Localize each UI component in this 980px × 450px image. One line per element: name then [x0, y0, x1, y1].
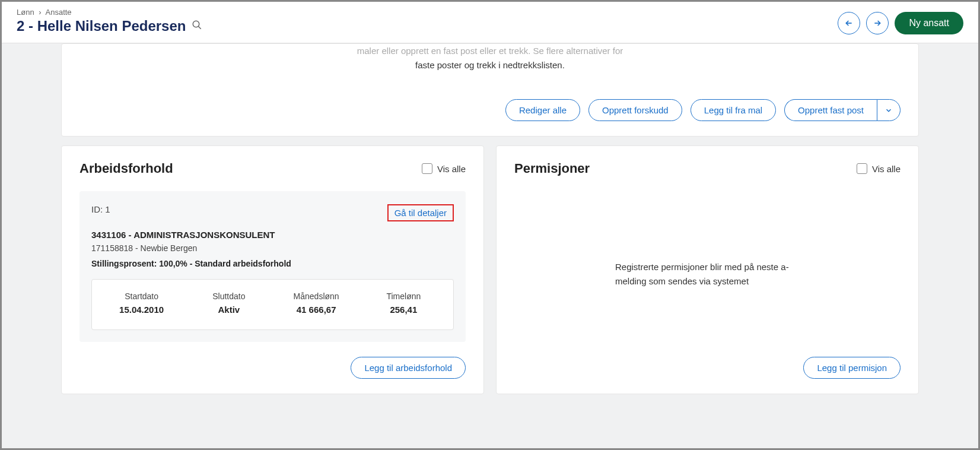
timelonn-label: Timelønn [360, 291, 447, 301]
employment-percent: Stillingsprosent: 100,0% - Standard arbe… [91, 259, 454, 268]
chevron-down-icon [884, 106, 893, 115]
rediger-alle-button[interactable]: Rediger alle [505, 99, 580, 121]
permisjoner-empty: Registrerte permisjoner blir med på nest… [514, 191, 901, 357]
top-info-card: maler eller opprett en fast post eller e… [61, 43, 919, 137]
top-card-actions: Rediger alle Opprett forskudd Legg til f… [79, 99, 901, 121]
prev-button[interactable] [838, 12, 860, 34]
startdato-value: 15.04.2010 [98, 305, 185, 315]
employment-id: ID: 1 [91, 204, 110, 214]
permisjoner-title: Permisjoner [514, 161, 590, 176]
header-left: Lønn › Ansatte 2 - Helle Nilsen Pedersen [17, 8, 202, 34]
employment-box: ID: 1 Gå til detaljer 3431106 - ADMINIST… [79, 191, 466, 342]
sluttdato-label: Sluttdato [185, 291, 272, 301]
breadcrumb-current[interactable]: Ansatte [46, 8, 72, 17]
permisjoner-actions: Legg til permisjon [514, 357, 901, 379]
stat-startdato: Startdato 15.04.2010 [98, 291, 185, 315]
sluttdato-value: Aktiv [185, 305, 272, 315]
startdato-label: Startdato [98, 291, 185, 301]
page-title: 2 - Helle Nilsen Pedersen [17, 18, 186, 34]
top-card-text: maler eller opprett en fast post eller e… [79, 44, 901, 72]
breadcrumb-root[interactable]: Lønn [17, 8, 34, 17]
vis-alle-arbeidsforhold[interactable]: Vis alle [422, 163, 466, 174]
opprett-fast-post-split: Opprett fast post [784, 99, 901, 121]
stat-timelonn: Timelønn 256,41 [360, 291, 447, 315]
vis-alle-label: Vis alle [437, 164, 466, 174]
page-title-row: 2 - Helle Nilsen Pedersen [17, 18, 202, 34]
stats-box: Startdato 15.04.2010 Sluttdato Aktiv Mån… [91, 279, 454, 330]
search-icon[interactable] [192, 20, 202, 33]
content-area: maler eller opprett en fast post eller e… [2, 43, 978, 412]
legg-til-arbeidsforhold-button[interactable]: Legg til arbeidsforhold [351, 357, 466, 379]
employment-position: 3431106 - ADMINISTRASJONSKONSULENT [91, 230, 454, 240]
legg-til-fra-mal-button[interactable]: Legg til fra mal [691, 99, 776, 121]
legg-til-permisjon-button[interactable]: Legg til permisjon [803, 357, 901, 379]
timelonn-value: 256,41 [360, 305, 447, 315]
permisjoner-header: Permisjoner Vis alle [514, 161, 901, 176]
text-line1: maler eller opprett en fast post eller e… [79, 44, 901, 58]
opprett-fast-post-dropdown[interactable] [877, 99, 901, 121]
opprett-forskudd-button[interactable]: Opprett forskudd [588, 99, 682, 121]
employment-org: 171158818 - Newbie Bergen [91, 243, 454, 253]
stat-manedslonn: Månedslønn 41 666,67 [273, 291, 360, 315]
employment-top: ID: 1 Gå til detaljer [91, 204, 454, 221]
opprett-fast-post-button[interactable]: Opprett fast post [784, 99, 877, 121]
breadcrumb: Lønn › Ansatte [17, 8, 202, 17]
arbeidsforhold-header: Arbeidsforhold Vis alle [79, 161, 466, 176]
manedslonn-value: 41 666,67 [273, 305, 360, 315]
page-header: Lønn › Ansatte 2 - Helle Nilsen Pedersen… [2, 2, 978, 43]
header-actions: Ny ansatt [838, 12, 963, 34]
manedslonn-label: Månedslønn [273, 291, 360, 301]
ga-til-detaljer-link[interactable]: Gå til detaljer [387, 204, 454, 221]
checkbox-icon [857, 163, 867, 174]
arbeidsforhold-card: Arbeidsforhold Vis alle ID: 1 Gå til det… [61, 145, 484, 394]
permisjoner-empty-text: Registrerte permisjoner blir med på nest… [615, 260, 793, 289]
arbeidsforhold-actions: Legg til arbeidsforhold [79, 357, 466, 379]
checkbox-icon [422, 163, 432, 174]
svg-point-0 [193, 21, 200, 27]
svg-line-1 [199, 26, 202, 29]
text-line2: faste poster og trekk i nedtrekkslisten. [79, 58, 901, 72]
permisjoner-card: Permisjoner Vis alle Registrerte permisj… [496, 145, 919, 394]
stat-sluttdato: Sluttdato Aktiv [185, 291, 272, 315]
next-button[interactable] [866, 12, 889, 34]
breadcrumb-separator: › [39, 8, 41, 17]
ny-ansatt-button[interactable]: Ny ansatt [895, 12, 963, 34]
card-row: Arbeidsforhold Vis alle ID: 1 Gå til det… [61, 145, 919, 394]
vis-alle-permisjoner[interactable]: Vis alle [857, 163, 901, 174]
arbeidsforhold-title: Arbeidsforhold [79, 161, 173, 176]
vis-alle-label: Vis alle [872, 164, 901, 174]
